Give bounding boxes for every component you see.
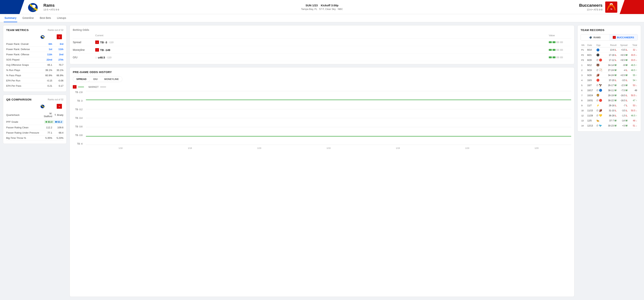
bo-moneyline-current: TB TB -149 bbox=[95, 48, 549, 52]
cell-wk: 8 bbox=[580, 98, 586, 103]
cell-total: 48 ↓ bbox=[628, 118, 638, 123]
qb-val2: 92.2 bbox=[54, 120, 64, 124]
bucs-qb-logo: TB bbox=[57, 104, 62, 110]
team-right-record: 13-4 • ATS 9-8 bbox=[579, 8, 602, 11]
gridline bbox=[86, 145, 571, 145]
metric-val2: 33.1% bbox=[52, 69, 64, 72]
table-row: P28/21⚫17-16 L+6.5 W33.5 ↓ bbox=[580, 52, 638, 58]
x-label-1: 1/18 bbox=[118, 147, 122, 149]
center-panel: Betting Odds Current Value Spread TB TB … bbox=[70, 25, 574, 297]
gridline bbox=[86, 127, 571, 127]
cell-opp: 🔵 bbox=[596, 47, 605, 52]
metric-val2: 27th bbox=[52, 58, 64, 61]
cell-date: 9/26 bbox=[586, 73, 596, 78]
bo-col-current: Current bbox=[95, 34, 549, 37]
tab-spread[interactable]: SPREAD bbox=[73, 76, 90, 82]
tab-buccaneers[interactable]: TB BUCCANEERS bbox=[609, 34, 638, 40]
cell-date: 11/28 bbox=[586, 113, 596, 118]
cell-spread: -16.5 L bbox=[617, 98, 628, 103]
team-metrics-title: TEAM METRICS bbox=[6, 28, 29, 31]
metric-label: SOS Played bbox=[6, 58, 41, 61]
qb-val2: 68.4 bbox=[52, 131, 64, 134]
bucs-icon-ml: TB bbox=[95, 48, 99, 52]
tab-rams[interactable]: RAMS bbox=[581, 34, 609, 40]
value-seg bbox=[556, 41, 559, 43]
cell-spread: -3.5 L bbox=[617, 108, 628, 113]
cell-opp: 🏈 bbox=[596, 73, 605, 78]
cell-opp: 🔴 bbox=[596, 78, 605, 83]
records-table-body: P18/14🔵13-6 L+3.5 L32 ↓P28/21⚫17-16 L+6.… bbox=[580, 47, 638, 128]
qb-logos: LA TB bbox=[6, 104, 64, 110]
table-row: P18/14🔵13-6 L+3.5 L32 ↓ bbox=[580, 47, 638, 53]
table-row: 1312/5🐆37-7 W-14 W48 ↓ bbox=[580, 118, 638, 123]
nav-lineups[interactable]: Lineups bbox=[56, 14, 67, 22]
col-spread: Spread bbox=[617, 43, 628, 47]
cell-opp: ⚫ bbox=[596, 52, 605, 58]
metric-row: % Run Plays39.1%33.1% bbox=[6, 68, 64, 73]
right-panel: TEAM RECORDS RAMS TB BUCCANEERS bbox=[578, 25, 641, 297]
bo-moneyline-row: Moneyline TB TB -149 bbox=[73, 46, 571, 54]
svg-text:LA: LA bbox=[32, 9, 34, 11]
qb-metric-label: PFF Grade bbox=[6, 121, 44, 123]
cell-result: 17-16 L bbox=[605, 52, 617, 58]
team-left-name: Rams bbox=[44, 3, 59, 8]
qb-metric-row: PFF Grade83.092.2 bbox=[6, 119, 64, 125]
nav-greenline[interactable]: Greenline bbox=[22, 14, 34, 22]
arrow-down-icon: ↓ bbox=[95, 56, 97, 59]
bo-ou-bar bbox=[549, 56, 571, 58]
team-records-title: TEAM RECORDS bbox=[580, 28, 638, 31]
cell-spread: +0.5 W bbox=[617, 73, 628, 78]
tab-moneyline[interactable]: MONEYLINE bbox=[101, 76, 122, 82]
tab-ou[interactable]: O/U bbox=[90, 76, 101, 82]
qb-metric-label: Passer Rating Clean bbox=[6, 126, 41, 129]
col-result: Result bbox=[605, 43, 617, 47]
cell-date: 10/3 bbox=[586, 78, 596, 83]
bo-ou-current: ↓ u48.5 -110 bbox=[95, 56, 549, 59]
metric-row: SOS Played22nd27th bbox=[6, 57, 64, 62]
bo-spread-row: Spread TB TB -3 -110 bbox=[73, 38, 571, 46]
betting-odds-header: Current Value bbox=[73, 33, 571, 38]
game-details: Tampa Bay, FL 57 F, Clear Sky NBC bbox=[78, 8, 566, 10]
qb-metric-label: Passer Rating Under Pressure bbox=[6, 131, 41, 134]
cell-wk: 7 bbox=[580, 93, 586, 98]
col-total: Total bbox=[628, 43, 638, 47]
cell-opp: @🏈 bbox=[596, 108, 605, 113]
svg-text:LA: LA bbox=[42, 37, 44, 38]
table-row: 1211/28@💛36-28 L-1.5 L46.5 ↑ bbox=[580, 113, 638, 118]
bo-spread-current: TB TB -3 -110 bbox=[95, 40, 549, 44]
table-row: 610/17@🔵38-11 W-7.5 W49 bbox=[580, 88, 638, 93]
nav-best-bets[interactable]: Best Bets bbox=[39, 14, 52, 22]
legend-market-label: MARKET bbox=[88, 86, 98, 88]
value-seg bbox=[552, 49, 556, 51]
cell-total: 50.5 ↓ bbox=[628, 108, 638, 113]
cell-opp: 🦁 bbox=[596, 93, 605, 98]
cell-total: 47 ↑ bbox=[628, 98, 638, 103]
nav-summary[interactable]: Summary bbox=[4, 14, 17, 22]
cell-spread: -7.5 W bbox=[617, 88, 628, 93]
rams-logo: LA bbox=[26, 1, 41, 13]
legend-market: MARKET bbox=[88, 86, 106, 88]
value-seg bbox=[560, 49, 563, 51]
bo-ou-odds: -110 bbox=[106, 56, 111, 59]
buccaneers-logo: TB bbox=[605, 1, 618, 13]
value-seg bbox=[549, 41, 552, 43]
value-seg bbox=[552, 41, 556, 43]
y-label-4: TB -3.4 bbox=[73, 117, 84, 119]
cell-wk: 6 bbox=[580, 88, 586, 93]
cell-result: 38-22 W bbox=[605, 98, 617, 103]
qb-comparison-title: QB COMPARISON bbox=[6, 98, 32, 101]
rams-qb-logo: LA bbox=[40, 104, 46, 110]
svg-text:TB: TB bbox=[96, 49, 98, 50]
chart-x-labels: 1/18 1/18 1/19 1/19 1/19 1/19 1/20 bbox=[86, 146, 571, 151]
cell-opp: 🐆 bbox=[596, 118, 605, 123]
cell-total: 53 ↓ bbox=[628, 83, 638, 88]
metric-val2: -0.06 bbox=[52, 79, 64, 82]
cell-result: 28-19 W bbox=[605, 93, 617, 98]
gridline bbox=[86, 91, 571, 91]
table-row: 39/26🏈34-24 W+0.5 W55 ↑ bbox=[580, 73, 638, 78]
svg-text:LA: LA bbox=[42, 107, 44, 107]
cell-total: 46.5 ↑ bbox=[628, 63, 638, 68]
cell-result: 38-11 W bbox=[605, 88, 617, 93]
cell-spread: +3.5 L bbox=[617, 47, 628, 53]
metric-val1: 65.1 bbox=[41, 63, 52, 66]
